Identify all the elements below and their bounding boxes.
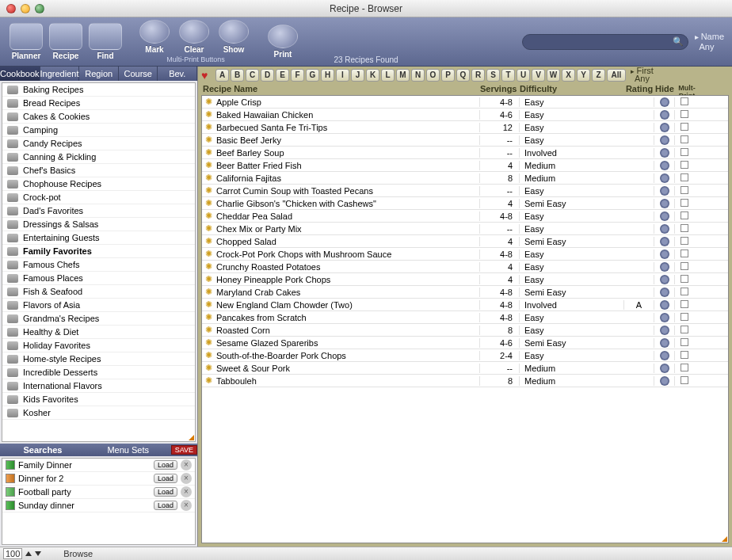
checkbox-icon[interactable] bbox=[681, 97, 688, 105]
multiprint-cell[interactable] bbox=[674, 237, 693, 246]
saved-search-row[interactable]: Football partyLoad× bbox=[2, 486, 195, 499]
star-icon[interactable]: ✺ bbox=[202, 211, 215, 221]
hide-cell[interactable] bbox=[654, 97, 674, 107]
recipe-row[interactable]: ✺Carrot Cumin Soup with Toasted Pecans--… bbox=[202, 185, 728, 197]
checkbox-icon[interactable] bbox=[681, 237, 688, 245]
find-button[interactable]: Find bbox=[87, 23, 124, 60]
az-letter-j[interactable]: J bbox=[351, 69, 364, 82]
zoom-down-icon[interactable] bbox=[35, 551, 41, 556]
star-icon[interactable]: ✺ bbox=[202, 287, 215, 297]
hide-cell[interactable] bbox=[654, 364, 674, 373]
az-letter-w[interactable]: W bbox=[547, 69, 560, 82]
col-multiprint[interactable]: Mult-Print bbox=[675, 84, 699, 95]
checkbox-icon[interactable] bbox=[681, 110, 688, 118]
star-icon[interactable]: ✺ bbox=[202, 109, 215, 120]
hide-cell[interactable] bbox=[654, 173, 674, 183]
search-input[interactable] bbox=[522, 34, 688, 50]
hide-cell[interactable] bbox=[654, 250, 674, 259]
az-letter-k[interactable]: K bbox=[366, 69, 379, 82]
checkbox-icon[interactable] bbox=[681, 351, 688, 359]
hide-cell[interactable] bbox=[654, 300, 674, 310]
az-letter-s[interactable]: S bbox=[486, 69, 500, 82]
multiprint-cell[interactable] bbox=[674, 135, 693, 145]
recipe-row[interactable]: ✺Sesame Glazed Spareribs4-6Semi Easy bbox=[202, 337, 728, 349]
category-row[interactable]: Holiday Favorites bbox=[2, 339, 195, 352]
print-button[interactable]: Print bbox=[265, 25, 301, 59]
checkbox-icon[interactable] bbox=[681, 275, 688, 283]
star-icon[interactable]: ✺ bbox=[202, 160, 215, 170]
star-icon[interactable]: ✺ bbox=[202, 363, 215, 373]
planner-button[interactable]: Planner bbox=[8, 23, 44, 60]
multiprint-cell[interactable] bbox=[674, 148, 693, 158]
star-icon[interactable]: ✺ bbox=[202, 147, 215, 158]
checkbox-icon[interactable] bbox=[681, 326, 688, 333]
az-letter-i[interactable]: I bbox=[336, 69, 349, 82]
multiprint-cell[interactable] bbox=[674, 110, 693, 120]
recipe-row[interactable]: ✺Baked Hawaiian Chicken4-6Easy bbox=[202, 109, 728, 121]
recipe-row[interactable]: ✺Roasted Corn8Easy bbox=[202, 324, 728, 337]
multiprint-cell[interactable] bbox=[674, 250, 693, 259]
multiprint-cell[interactable] bbox=[674, 224, 693, 234]
az-letter-l[interactable]: L bbox=[381, 69, 395, 82]
multiprint-cell[interactable] bbox=[674, 313, 693, 322]
az-letter-q[interactable]: Q bbox=[456, 69, 470, 82]
tab-ingredient[interactable]: Ingredient bbox=[40, 67, 80, 81]
hide-cell[interactable] bbox=[654, 376, 674, 386]
load-button[interactable]: Load bbox=[154, 487, 177, 497]
az-letter-d[interactable]: D bbox=[261, 69, 274, 82]
clear-button[interactable]: Clear bbox=[176, 20, 212, 54]
zoom-value[interactable]: 100 bbox=[3, 548, 22, 559]
hide-cell[interactable] bbox=[654, 338, 674, 348]
recipe-row[interactable]: ✺Crunchy Roasted Potatoes4Easy bbox=[202, 261, 728, 273]
checkbox-icon[interactable] bbox=[681, 364, 688, 371]
resize-handle-icon[interactable] bbox=[722, 536, 727, 542]
saved-search-row[interactable]: Family DinnerLoad× bbox=[2, 459, 195, 472]
az-letter-y[interactable]: Y bbox=[577, 69, 590, 82]
recipe-row[interactable]: ✺Chex Mix or Party Mix--Easy bbox=[202, 223, 728, 235]
hide-cell[interactable] bbox=[654, 313, 674, 322]
col-rating[interactable]: Rating bbox=[624, 84, 654, 95]
checkbox-icon[interactable] bbox=[681, 173, 688, 181]
star-icon[interactable]: ✺ bbox=[202, 325, 215, 335]
multiprint-cell[interactable] bbox=[674, 262, 693, 272]
hide-cell[interactable] bbox=[654, 135, 674, 145]
az-letter-z[interactable]: Z bbox=[592, 69, 605, 82]
multiprint-cell[interactable] bbox=[674, 211, 693, 221]
hide-cell[interactable] bbox=[654, 186, 674, 196]
checkbox-icon[interactable] bbox=[681, 161, 688, 169]
category-row[interactable]: Incredible Desserts bbox=[2, 366, 195, 379]
category-row[interactable]: Baking Recipes bbox=[2, 83, 195, 97]
recipe-row[interactable]: ✺Maryland Crab Cakes4-8Semi Easy bbox=[202, 286, 728, 299]
hide-cell[interactable] bbox=[654, 288, 674, 297]
recipe-row[interactable]: ✺Beef Barley Soup--Involved bbox=[202, 147, 728, 159]
az-letter-m[interactable]: M bbox=[396, 69, 410, 82]
az-letter-e[interactable]: E bbox=[276, 69, 289, 82]
multiprint-cell[interactable] bbox=[674, 97, 693, 107]
category-row[interactable]: Bread Recipes bbox=[2, 97, 195, 110]
az-all-button[interactable]: All bbox=[607, 69, 626, 82]
category-row[interactable]: Home-style Recipes bbox=[2, 352, 195, 366]
hide-cell[interactable] bbox=[654, 262, 674, 272]
recipe-row[interactable]: ✺South-of-the-Boarder Pork Chops2-4Easy bbox=[202, 349, 728, 362]
az-letter-t[interactable]: T bbox=[501, 69, 515, 82]
delete-search-icon[interactable]: × bbox=[181, 500, 192, 511]
col-servings[interactable]: Servings bbox=[480, 84, 520, 95]
category-row[interactable]: Healthy & Diet bbox=[2, 326, 195, 339]
checkbox-icon[interactable] bbox=[681, 135, 688, 143]
hide-cell[interactable] bbox=[654, 326, 674, 335]
recipe-row[interactable]: ✺Honey Pineapple Pork Chops4Easy bbox=[202, 273, 728, 286]
star-icon[interactable]: ✺ bbox=[202, 312, 215, 322]
star-icon[interactable]: ✺ bbox=[202, 223, 215, 234]
load-button[interactable]: Load bbox=[154, 501, 177, 510]
multiprint-cell[interactable] bbox=[674, 300, 693, 310]
menusets-tab[interactable]: Menu Sets bbox=[86, 445, 171, 455]
hide-cell[interactable] bbox=[654, 110, 674, 120]
category-row[interactable]: Cakes & Cookies bbox=[2, 110, 195, 124]
hide-cell[interactable] bbox=[654, 351, 674, 360]
star-icon[interactable]: ✺ bbox=[202, 261, 215, 272]
category-row[interactable]: Famous Chefs bbox=[2, 258, 195, 272]
hide-cell[interactable] bbox=[654, 237, 674, 246]
az-letter-n[interactable]: N bbox=[411, 69, 425, 82]
star-icon[interactable]: ✺ bbox=[202, 274, 215, 284]
tab-course[interactable]: Course bbox=[119, 67, 158, 81]
